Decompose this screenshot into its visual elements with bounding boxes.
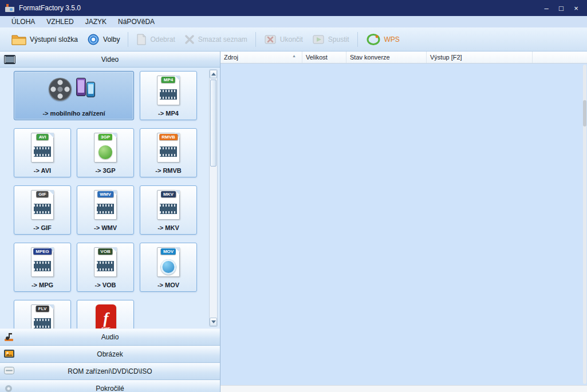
video-section-icon [4, 55, 15, 64]
column-header-status[interactable]: Stav konverze [346, 52, 427, 63]
format-label: -> RMVB [140, 165, 196, 177]
format-flv-button[interactable]: FLV [14, 300, 71, 328]
format-label: -> 3GP [77, 165, 133, 177]
audio-section-label: Audio [101, 333, 119, 341]
sidebar-section-audio[interactable]: Audio [0, 328, 220, 346]
format-label: -> MKV [140, 223, 196, 234]
start-button[interactable]: Spustit [308, 31, 354, 47]
format-wmv-button[interactable]: WMV -> WMV [77, 185, 134, 235]
rom-drive-icon [4, 367, 15, 376]
toolbar-separator [128, 32, 128, 47]
clear-list-icon [184, 34, 195, 45]
rom-section-label: ROM zařízení\DVD\CD\ISO [68, 367, 152, 375]
format-mov-button[interactable]: MOV -> MOV [140, 243, 197, 292]
mpg-file-icon: MPEG [27, 246, 57, 279]
format-mpg-button[interactable]: MPEG -> MPG [14, 243, 71, 292]
sort-ascending-icon: ▲ [292, 50, 296, 62]
phone-icon [76, 78, 86, 96]
stop-label: Ukončit [280, 35, 303, 43]
audio-section-icon [4, 332, 15, 342]
format-vob-button[interactable]: VOB -> VOB [77, 243, 134, 292]
mov-file-icon: MOV [153, 246, 183, 279]
image-section-icon [4, 350, 15, 359]
sidebar-section-image[interactable]: Obrázek [0, 346, 220, 363]
scroll-down-button[interactable] [210, 318, 217, 326]
format-3gp-button[interactable]: 3GP -> 3GP [77, 128, 134, 177]
rmvb-file-icon: RMVB [153, 132, 183, 165]
advanced-section-label: Pokročilé [96, 385, 124, 392]
stop-icon [264, 34, 277, 45]
maximize-button[interactable]: □ [554, 2, 569, 14]
remove-label: Odebrat [150, 35, 175, 43]
scrollbar-thumb[interactable] [210, 80, 216, 167]
format-label: -> WMV [77, 223, 133, 234]
scroll-up-button[interactable] [210, 70, 217, 78]
format-mobile-device-button[interactable]: -> mobilního zařízení [14, 71, 134, 120]
format-label: -> MPG [14, 280, 70, 291]
format-mkv-button[interactable]: MKV -> MKV [140, 185, 197, 235]
output-folder-button[interactable]: Výstupní složka [7, 31, 82, 47]
bottom-strip [220, 385, 587, 392]
scrollbar-thumb[interactable] [583, 100, 586, 126]
close-button[interactable]: × [569, 2, 584, 14]
format-label: -> VOB [77, 280, 133, 291]
sidebar-section-advanced[interactable]: Pokročilé [0, 380, 220, 392]
main-area: Video -> mobilního zařízení [0, 52, 587, 392]
clear-list-label: Smazat seznam [198, 35, 247, 43]
minimize-button[interactable]: – [539, 2, 554, 14]
toolbar-separator [357, 32, 358, 47]
app-icon [5, 3, 14, 13]
format-avi-button[interactable]: AVI -> AVI [14, 128, 71, 177]
format-label: -> GIF [14, 223, 70, 234]
menu-uloha[interactable]: ÚLOHA [6, 16, 41, 27]
options-button[interactable]: Volby [82, 31, 124, 48]
column-header-source[interactable]: Zdroj ▲ [220, 52, 302, 63]
toolbar: Výstupní složka Volby Odebrat Smazat sez… [0, 27, 587, 52]
3gp-file-icon: 3GP [90, 132, 120, 165]
column-header-size[interactable]: Velikost [302, 52, 346, 63]
wps-label: WPS [384, 35, 400, 43]
task-list-empty-area [220, 64, 587, 385]
menu-jazyk[interactable]: JAZYK [80, 16, 112, 27]
format-gif-button[interactable]: GIF -> GIF [14, 185, 71, 235]
wps-logo-icon [366, 33, 381, 46]
video-format-grid: -> mobilního zařízení MP4 -> MP4 [0, 68, 220, 328]
format-label: -> MOV [140, 280, 196, 291]
wps-button[interactable]: WPS [361, 31, 404, 48]
flv-file-icon: FLV [27, 303, 57, 328]
remove-button[interactable]: Odebrat [132, 31, 179, 47]
toolbar-separator [255, 32, 256, 47]
output-folder-label: Výstupní složka [30, 35, 78, 43]
options-gear-icon [87, 33, 100, 46]
app-window: FormatFactory 3.5.0 – □ × ÚLOHA VZHLED J… [0, 0, 587, 392]
format-label: -> MP4 [140, 108, 196, 120]
start-icon [312, 34, 325, 45]
task-list-panel: Zdroj ▲ Velikost Stav konverze Výstup [F… [220, 52, 587, 392]
clear-list-button[interactable]: Smazat seznam [180, 32, 252, 47]
film-reel-icon [49, 78, 72, 101]
mkv-file-icon: MKV [153, 189, 183, 222]
task-list-scrollbar[interactable] [583, 65, 586, 384]
format-rmvb-button[interactable]: RMVB -> RMVB [140, 128, 197, 177]
menu-bar: ÚLOHA VZHLED JAZYK NáPOVěDA [0, 16, 587, 27]
sidebar-section-video[interactable]: Video [0, 52, 220, 68]
remove-item-icon [136, 34, 147, 45]
menu-vzhled[interactable]: VZHLED [41, 16, 79, 27]
avi-file-icon: AVI [27, 132, 57, 165]
format-swf-button[interactable]: f SWF [77, 300, 134, 328]
format-label: -> AVI [14, 165, 70, 177]
task-table-header: Zdroj ▲ Velikost Stav konverze Výstup [F… [220, 52, 587, 64]
column-header-output[interactable]: Výstup [F2] [427, 52, 533, 63]
output-folder-icon [11, 34, 26, 45]
grid-scrollbar[interactable] [209, 69, 218, 327]
menu-napoveda[interactable]: NáPOVěDA [112, 16, 160, 27]
vob-file-icon: VOB [90, 246, 120, 279]
swf-file-icon: f SWF [90, 303, 120, 328]
advanced-section-icon [4, 384, 15, 392]
stop-button[interactable]: Ukončit [259, 31, 308, 47]
sidebar-section-rom[interactable]: ROM zařízení\DVD\CD\ISO [0, 363, 220, 380]
video-section-label: Video [101, 56, 119, 64]
gif-file-icon: GIF [27, 189, 57, 222]
start-label: Spustit [328, 35, 349, 43]
format-mp4-button[interactable]: MP4 -> MP4 [140, 71, 197, 120]
